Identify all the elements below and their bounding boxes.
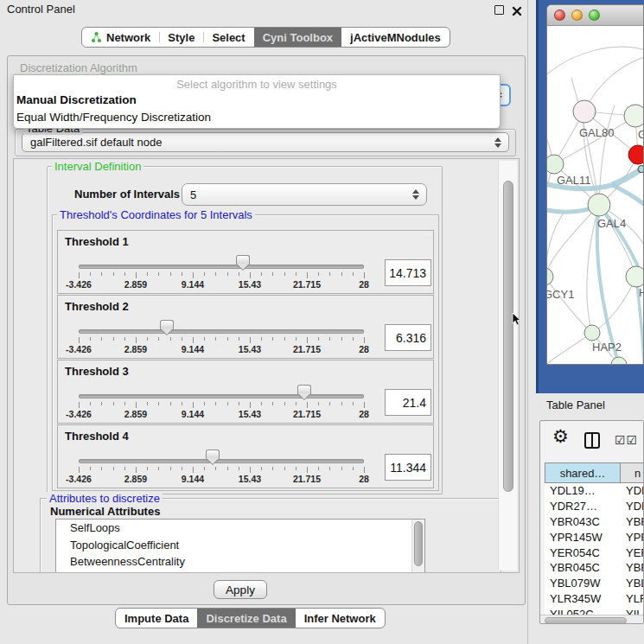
network-edge[interactable]	[547, 47, 643, 78]
node-label: GAL11	[557, 174, 591, 187]
table-row[interactable]: YPR145WYPR1	[545, 529, 644, 545]
table-row[interactable]: YDR27…YDR2	[545, 499, 644, 514]
table-row[interactable]: YIL052CYIL0	[545, 606, 644, 615]
horizontal-scrollbar[interactable]	[540, 615, 643, 624]
network-canvas[interactable]: GAL80GCGAL11GAL4GCY1HHAP2	[547, 26, 643, 365]
checkbox-icons[interactable]: ☑☑	[615, 433, 638, 447]
bottom-tab-impute-data[interactable]: Impute Data	[116, 609, 197, 628]
threshold-value-field[interactable]	[385, 324, 431, 351]
horizontal-scrollbar-thumb[interactable]	[545, 617, 627, 624]
threshold-value-field[interactable]	[385, 389, 431, 416]
split-columns-icon[interactable]	[584, 432, 600, 449]
bottom-tab-discretize-data[interactable]: Discretize Data	[197, 609, 295, 628]
minimize-traffic-light[interactable]	[571, 10, 583, 21]
threshold-panel-1: Threshold 1-3.4262.8599.14415.4321.71528	[57, 230, 434, 294]
tab-cyni-toolbox[interactable]: Cyni Toolbox	[254, 28, 341, 47]
column-header-shared[interactable]: shared…	[545, 462, 621, 483]
close-traffic-light[interactable]	[554, 10, 565, 21]
close-icon[interactable]	[512, 4, 522, 15]
tab-jactivemnodules[interactable]: jActiveMNodules	[341, 28, 450, 47]
cell-name: YBL0	[621, 577, 644, 590]
slider-track[interactable]	[79, 329, 364, 334]
threshold-panel-2: Threshold 2-3.4262.8599.14415.4321.71528	[57, 295, 434, 359]
apply-button[interactable]: Apply	[214, 580, 267, 599]
table-row[interactable]: YLR345WYLR3	[545, 591, 644, 607]
dropdown-item[interactable]: Equal Width/Frequency Discretization	[14, 109, 500, 126]
network-edge[interactable]	[554, 116, 635, 164]
tab-network[interactable]: Network	[82, 28, 159, 47]
network-window-titlebar[interactable]	[547, 5, 643, 26]
settings-scrollbar[interactable]	[498, 161, 517, 571]
number-of-intervals-combobox[interactable]: 5	[182, 183, 427, 206]
network-edge[interactable]	[547, 212, 564, 277]
network-graph[interactable]: GAL80GCGAL11GAL4GCY1HHAP2	[547, 26, 643, 365]
float-window-icon[interactable]	[494, 5, 504, 15]
thresholds-group-label: Threshold's Coordinates for 5 Intervals	[57, 208, 255, 221]
threshold-label: Threshold 2	[65, 300, 129, 313]
threshold-value-field[interactable]	[385, 454, 431, 481]
gear-icon[interactable]: ⚙	[552, 426, 569, 447]
network-edge[interactable]	[547, 277, 592, 333]
table-data-combobox[interactable]: galFiltered.sif default node	[22, 132, 509, 152]
tab-label: Cyni Toolbox	[263, 31, 333, 44]
table-row[interactable]: YBR043CYBR0	[545, 514, 644, 530]
threshold-label: Threshold 3	[65, 365, 129, 378]
network-icon	[91, 31, 102, 43]
slider-ticks	[79, 467, 364, 474]
tab-label: Infer Network	[304, 612, 376, 625]
slider-ticks	[79, 337, 364, 344]
network-node-h[interactable]	[626, 266, 643, 287]
network-edge[interactable]	[599, 205, 636, 277]
tab-label: Impute Data	[124, 612, 188, 625]
numerical-attributes-label: Numerical Attributes	[50, 505, 160, 518]
zoom-traffic-light[interactable]	[589, 10, 600, 21]
slider-track[interactable]	[79, 459, 364, 463]
tab-label: jActiveMNodules	[350, 31, 441, 44]
cell-shared-name: YLR345W	[545, 592, 621, 605]
numerical-attributes-list[interactable]: SelfLoopsTopologicalCoefficientBetweenne…	[55, 519, 425, 573]
list-scrollbar-thumb[interactable]	[414, 521, 423, 566]
dropdown-item[interactable]: Manual Discretization	[14, 92, 500, 109]
control-panel: Control Panel NetworkStyleSelectCyni Too…	[0, 0, 527, 644]
mouse-cursor	[512, 313, 521, 326]
slider-handle[interactable]	[236, 255, 250, 271]
slider-handle[interactable]	[297, 385, 311, 400]
attribute-list-item[interactable]: SelfLoops	[56, 520, 424, 537]
network-node-gcy1[interactable]	[547, 268, 553, 285]
threshold-value-field[interactable]	[385, 259, 431, 286]
slider-track[interactable]	[79, 265, 364, 269]
list-scrollbar[interactable]	[411, 520, 424, 573]
network-edge[interactable]	[584, 57, 643, 112]
cell-name: YDR2	[621, 500, 644, 513]
slider-track[interactable]	[79, 394, 364, 399]
column-header-name[interactable]: n	[621, 462, 644, 483]
cell-shared-name: YBL079W	[545, 577, 621, 590]
network-node-hap2[interactable]	[584, 325, 600, 341]
cell-shared-name: YDR27…	[545, 500, 621, 513]
table-row[interactable]: YDL19…YDL1	[545, 483, 644, 499]
table-row[interactable]: YER054CYER0	[545, 545, 644, 560]
network-node-gal11[interactable]	[547, 155, 564, 174]
slider-handle[interactable]	[206, 450, 220, 465]
network-edge[interactable]	[547, 333, 592, 365]
table-header-row: shared… n	[545, 462, 644, 483]
tab-style[interactable]: Style	[159, 28, 203, 47]
tab-select[interactable]: Select	[203, 28, 253, 47]
table-row[interactable]: YBR045CYBR0	[545, 560, 644, 576]
table-row[interactable]: YBL079WYBL0	[545, 576, 644, 591]
network-node-c[interactable]	[628, 145, 643, 164]
table-toolbar: ⚙ ☑☑	[540, 421, 643, 462]
network-node-gal4[interactable]	[588, 194, 610, 216]
network-node-g[interactable]	[624, 105, 643, 127]
attribute-list-item[interactable]: BetweennessCentrality	[56, 553, 424, 571]
panel-divider[interactable]	[527, 0, 528, 644]
cell-shared-name: YDL19…	[545, 484, 621, 497]
attribute-list-item[interactable]: TopologicalCoefficient	[56, 537, 424, 554]
node-label: G	[638, 128, 643, 141]
slider-handle[interactable]	[160, 320, 174, 335]
network-node-gal80[interactable]	[573, 100, 596, 123]
control-panel-tabs: NetworkStyleSelectCyni ToolboxjActiveMNo…	[81, 27, 450, 48]
settings-scrollbar-thumb[interactable]	[503, 181, 513, 492]
bottom-tab-infer-network[interactable]: Infer Network	[296, 609, 385, 628]
network-edge[interactable]	[612, 185, 643, 205]
